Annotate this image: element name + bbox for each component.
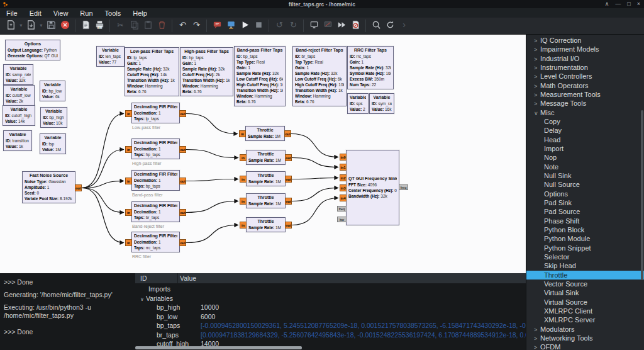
port-noise-out[interactable]: out (75, 184, 82, 191)
port-sink-in2[interactable]: in2 (340, 174, 347, 181)
block-fir_lp[interactable]: Decimating FIR FilterDecimation: 1Taps: … (131, 103, 180, 123)
port-fir_lp-out[interactable]: out (179, 110, 186, 117)
redo-button[interactable]: ↷ (189, 19, 203, 33)
menu-edit[interactable]: Edit (30, 9, 42, 17)
port-sink-in3[interactable]: in3 (340, 184, 347, 191)
undo-button[interactable]: ↶ (175, 19, 189, 33)
connection[interactable] (292, 198, 338, 225)
tree-item-python-snippet[interactable]: Python Snippet (526, 244, 644, 252)
tree-item-copy[interactable]: Copy (526, 117, 644, 126)
tree-item-nop[interactable]: Nop (526, 153, 644, 162)
delete-button[interactable] (155, 19, 169, 33)
sidebar-scrollbar[interactable] (641, 110, 643, 280)
block-fir_rrc[interactable]: Decimating FIR FilterDecimation: 1Taps: … (131, 232, 180, 252)
chevron-right-icon[interactable]: > (534, 343, 540, 350)
block-var_bp_low[interactable]: VariableID: bp_lowValue: 6k (40, 81, 65, 101)
tree-item-options[interactable]: Options (526, 189, 644, 198)
tree-item-null-sink[interactable]: Null Sink (526, 171, 644, 180)
block-var_tsp[interactable]: VariableID: tspValue: 1M (40, 133, 66, 154)
menu-file[interactable]: File (6, 9, 18, 17)
chevron-right-icon[interactable]: > (534, 82, 540, 91)
tree-item-throttle[interactable]: Throttle (526, 271, 644, 279)
reload-blocks-button[interactable] (383, 19, 397, 33)
chevron-right-icon[interactable]: > (534, 45, 540, 54)
inspector-row-imports[interactable]: Imports (135, 285, 526, 294)
block-sink[interactable]: QT GUI Frequency SinkFFT Size: 4096Cente… (346, 150, 399, 225)
block-noise[interactable]: Fast Noise SourceNoise Type: GaussianAmp… (22, 171, 75, 203)
inspector-row-bp_low[interactable]: bp_low6000 (135, 312, 526, 322)
menu-run[interactable]: Run (80, 9, 92, 17)
port-sink-freq_out[interactable]: freq (399, 184, 408, 190)
open-flow-graph-dropdown[interactable]: ▾ (38, 19, 44, 33)
connection[interactable] (186, 179, 238, 181)
tree-item-skip-head[interactable]: Skip Head (526, 261, 644, 270)
port-fir_br-in[interactable]: in (125, 209, 132, 216)
port-fir_bp-in[interactable]: in (125, 178, 132, 184)
execute-button[interactable] (238, 19, 252, 33)
disable-block-button[interactable] (321, 19, 335, 33)
kill-button[interactable] (252, 19, 265, 33)
tree-item-measurement-tools[interactable]: >Measurement Tools (526, 90, 644, 99)
block-t4[interactable]: ThrottleSample Rate: 1Minout (246, 193, 286, 208)
tree-item-pad-sink[interactable]: Pad Sink (526, 198, 644, 207)
block-var_sps[interactable]: VariableID: spsValue: 2 (347, 93, 369, 114)
minimize-button[interactable]: — (615, 0, 621, 8)
tree-item-head[interactable]: Head (526, 135, 644, 144)
block-var_sym_rate[interactable]: VariableID: sym_rateValue: 16k (369, 93, 394, 114)
flowgraph-canvas[interactable]: OptionsOutput Language: PythonGenerate O… (0, 35, 526, 273)
tree-item-phase-shift[interactable]: Phase Shift (526, 217, 644, 225)
tree-item-ofdm[interactable]: >OFDM (526, 342, 644, 350)
copy-button[interactable] (127, 19, 141, 33)
generate-button[interactable] (79, 19, 92, 33)
port-t1-out[interactable]: out (284, 130, 291, 137)
block-fir_bp[interactable]: Decimating FIR FilterDecimation: 1Taps: … (131, 170, 180, 191)
tree-item-iq-correction[interactable]: >IQ Correction (526, 36, 644, 45)
block-br_taps_blk[interactable]: Band-reject Filter TapsID: br_tapsTap Ty… (292, 46, 347, 106)
enable-block-button[interactable] (307, 19, 321, 33)
port-fir_lp-in[interactable]: in (125, 110, 132, 117)
tree-item-message-tools[interactable]: >Message Tools (526, 99, 644, 108)
rotate-ccw-button[interactable]: ↺ (272, 19, 286, 33)
tree-item-level-controllers[interactable]: >Level Controllers (526, 72, 644, 81)
connection[interactable] (82, 188, 124, 243)
block-var_cutoff_low[interactable]: VariableID: cutoff_lowValue: 2k (3, 85, 35, 106)
port-t3-in[interactable]: in (240, 176, 247, 183)
block-var_cutoff_high[interactable]: VariableID: cutoff_highValue: 14k (3, 105, 35, 126)
port-t1-in[interactable]: in (239, 130, 246, 137)
port-fir_rrc-out[interactable]: out (179, 239, 186, 246)
connection[interactable] (186, 114, 238, 134)
connection[interactable] (82, 150, 124, 188)
block-options[interactable]: OptionsOutput Language: PythonGenerate O… (5, 40, 60, 60)
port-fir_rrc-in[interactable]: in (125, 239, 132, 246)
connection[interactable] (186, 201, 238, 213)
inspector-row-variables[interactable]: ∨Variables (135, 294, 526, 303)
maximize-button[interactable]: □ (627, 0, 630, 8)
tree-item-selector[interactable]: Selector (526, 252, 644, 261)
block-rrc_taps[interactable]: RRC Filter TapsID: rrc_tapsGain: 1Sample… (347, 46, 394, 89)
block-t3[interactable]: ThrottleSample Rate: 1Minout (246, 171, 286, 186)
port-sink-in0[interactable]: in0 (340, 154, 347, 161)
port-t5-in[interactable]: in (240, 222, 247, 229)
port-t4-out[interactable]: out (285, 198, 292, 205)
tree-item-import[interactable]: Import (526, 144, 644, 153)
tree-item-math-operators[interactable]: >Math Operators (526, 81, 644, 90)
tree-item-impairment-models[interactable]: >Impairment Models (526, 45, 644, 54)
cut-button[interactable]: ✂ (113, 19, 127, 33)
chevron-down-icon[interactable]: ∨ (534, 109, 540, 118)
save-button[interactable] (44, 19, 58, 33)
tree-item-industrial-i-o[interactable]: >Industrial I/O (526, 54, 644, 63)
close-tab-button[interactable] (58, 19, 72, 33)
port-fir_hp-in[interactable]: in (125, 146, 132, 153)
connection[interactable] (82, 188, 124, 213)
tree-item-instrumentation[interactable]: >Instrumentation (526, 63, 644, 72)
find-block-button[interactable] (369, 19, 383, 33)
inspector-row-bp_high[interactable]: bp_high10000 (135, 303, 526, 312)
port-fir_br-out[interactable]: out (179, 209, 186, 216)
block-t5[interactable]: ThrottleSample Rate: 1Minout (246, 217, 286, 232)
block-var_transition[interactable]: VariableID: transitionValue: 1k (3, 130, 32, 151)
tree-item-xmlrpc-client[interactable]: XMLRPC Client (526, 307, 644, 315)
port-sink-in1[interactable]: in1 (340, 164, 347, 171)
block-hp_taps[interactable]: High-pass Filter TapsID: hp_tapsGain: 1S… (180, 47, 233, 96)
chevron-right-icon[interactable]: > (534, 64, 540, 72)
block-var_bp_high[interactable]: VariableID: bp_highValue: 10k (40, 107, 67, 128)
